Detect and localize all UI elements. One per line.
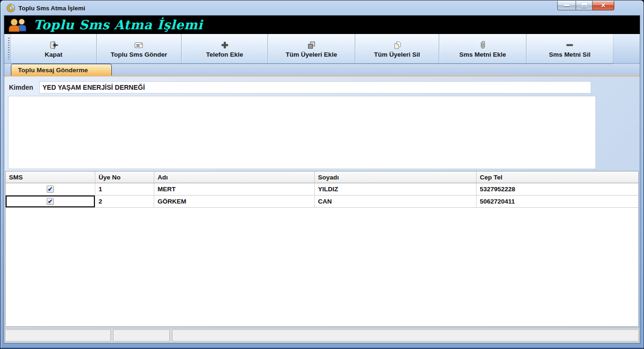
header-banner: Toplu Sms Atma İşlemi (4, 16, 640, 34)
column-header-uye-no[interactable]: Üye No (95, 171, 154, 183)
toolbar-button-label: Kapat (45, 51, 63, 58)
grid-row-2: 2 GÖRKEM CAN 5062720411 (6, 196, 638, 208)
exit-door-icon (49, 40, 59, 50)
sms-checkbox[interactable] (47, 198, 54, 205)
paperclip-icon (478, 40, 487, 50)
status-bar (4, 328, 640, 343)
sms-checkbox[interactable] (47, 186, 54, 193)
column-header-soyadi[interactable]: Soyadı (315, 171, 477, 183)
status-panel (113, 330, 170, 341)
plus-icon (220, 40, 229, 50)
minimize-button[interactable] (557, 1, 576, 10)
sms-cell[interactable] (6, 196, 95, 207)
telefon-ekle-button[interactable]: Telefon Ekle (182, 34, 268, 63)
tab-label: Toplu Mesaj Gönderme (18, 67, 88, 74)
copy-pages-icon (393, 40, 402, 50)
app-window: Toplu Sms Atma İşlemi ✕ Toplu Sms Atma İ… (0, 0, 644, 349)
tab-strip: Toplu Mesaj Gönderme (4, 64, 640, 77)
toolbar-button-label: Telefon Ekle (206, 51, 243, 58)
sms-cell[interactable] (6, 183, 95, 195)
adi-cell[interactable]: GÖRKEM (154, 196, 315, 207)
tum-uyeleri-sil-button[interactable]: Tüm Üyeleri Sil (355, 34, 439, 63)
cep-tel-cell[interactable]: 5327952228 (477, 183, 638, 195)
uye-no-cell[interactable]: 1 (95, 183, 154, 195)
soyadi-cell[interactable]: YILDIZ (315, 183, 477, 195)
users-icon (8, 17, 29, 33)
toolbar-button-label: Tüm Üyeleri Sil (374, 51, 420, 58)
client-area: Toplu Sms Atma İşlemi Kapat (4, 16, 640, 343)
soyadi-cell[interactable]: CAN (315, 196, 477, 207)
sms-metni-ekle-button[interactable]: Sms Metni Ekle (439, 34, 527, 63)
close-icon: ✕ (601, 2, 606, 9)
column-header-cep-tel[interactable]: Cep Tel (477, 171, 638, 183)
sms-message-icon (134, 40, 144, 50)
cep-tel-cell[interactable]: 5062720411 (477, 196, 638, 207)
maximize-icon (582, 3, 587, 8)
tab-toplu-mesaj-gonderme[interactable]: Toplu Mesaj Gönderme (11, 64, 112, 76)
kapat-button[interactable]: Kapat (11, 34, 97, 63)
kimden-row: Kimden (4, 81, 640, 94)
toplu-sms-gonder-button[interactable]: Toplu Sms Gönder (97, 34, 182, 63)
column-header-sms[interactable]: SMS (6, 171, 95, 183)
adi-cell[interactable]: MERT (154, 183, 315, 195)
title-bar[interactable]: Toplu Sms Atma İşlemi (4, 0, 640, 16)
status-panel (172, 330, 639, 341)
tum-uyeleri-ekle-button[interactable]: Tüm Üyeleri Ekle (268, 34, 355, 63)
window-title: Toplu Sms Atma İşlemi (18, 5, 85, 12)
sms-message-textarea[interactable] (8, 96, 596, 169)
app-icon (6, 3, 16, 13)
tab-page: Kimden SMS Üye No Adı Soyadı Cep Tel 1 (4, 77, 640, 343)
minimize-icon (564, 5, 569, 6)
grid-empty-area (6, 208, 638, 326)
toolbar-button-label: Sms Metni Sil (549, 51, 591, 58)
toolbar-button-label: Tüm Üyeleri Ekle (286, 51, 337, 58)
minus-icon (565, 40, 574, 50)
close-button[interactable]: ✕ (593, 1, 614, 10)
sms-metni-sil-button[interactable]: Sms Metni Sil (527, 34, 613, 63)
grid-row-1: 1 MERT YILDIZ 5327952228 (6, 183, 638, 196)
grid-header-row: SMS Üye No Adı Soyadı Cep Tel (6, 171, 638, 183)
members-grid: SMS Üye No Adı Soyadı Cep Tel 1 MERT YIL… (5, 171, 639, 327)
maximize-button[interactable] (576, 1, 593, 10)
toolbar-button-label: Toplu Sms Gönder (111, 51, 167, 58)
uye-no-cell[interactable]: 2 (95, 196, 154, 207)
copy-squares-icon (307, 40, 316, 50)
toolbar-button-label: Sms Metni Ekle (459, 51, 506, 58)
column-header-adi[interactable]: Adı (154, 171, 315, 183)
kimden-label: Kimden (4, 84, 39, 91)
window-controls: ✕ (557, 1, 614, 10)
toolbar: Kapat Toplu Sms Gönder (4, 34, 640, 64)
status-panel (5, 330, 111, 341)
toolbar-grip[interactable] (8, 38, 9, 60)
toolbar-strip: Kapat Toplu Sms Gönder (11, 34, 613, 63)
banner-title: Toplu Sms Atma İşlemi (33, 17, 203, 32)
kimden-input[interactable] (39, 81, 591, 94)
